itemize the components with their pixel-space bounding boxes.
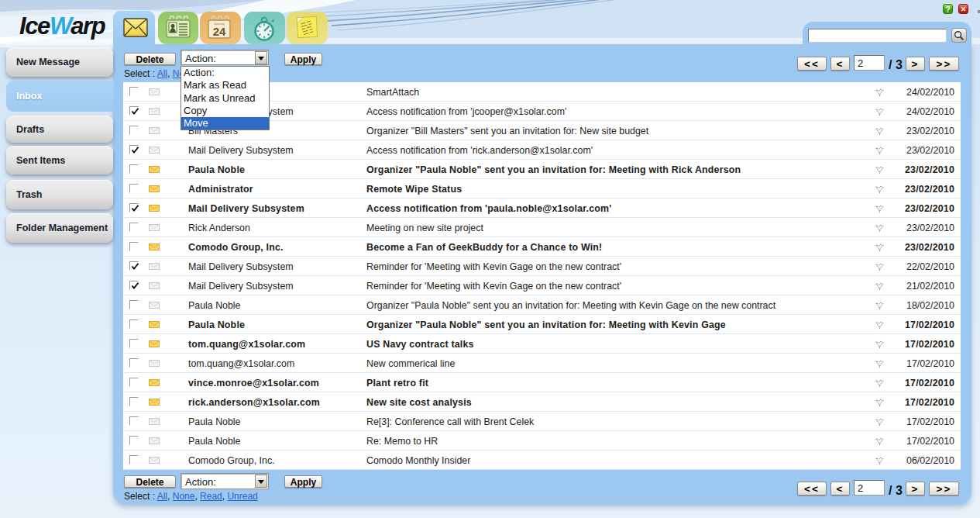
svg-text:24: 24 <box>213 25 226 38</box>
